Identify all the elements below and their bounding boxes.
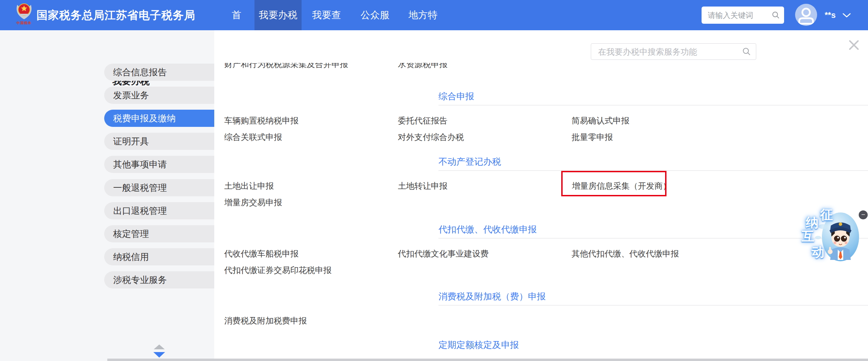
- mascot-slogan-char: 动: [812, 244, 824, 261]
- service-item[interactable]: 对外支付综合办税: [398, 132, 464, 143]
- service-item[interactable]: 水资源税申报: [398, 63, 447, 70]
- section-title: 综合申报: [438, 90, 474, 102]
- user-name[interactable]: **s: [825, 0, 836, 30]
- content-search-input[interactable]: [597, 44, 736, 60]
- nav-tab-2[interactable]: 我要办税: [254, 0, 302, 30]
- horizontal-scrollbar[interactable]: [107, 359, 868, 361]
- sidebar-item[interactable]: 税费申报及缴纳: [104, 110, 214, 127]
- service-item[interactable]: 增量房交易申报: [224, 197, 282, 208]
- section-divider: [438, 170, 868, 171]
- sidebar-item[interactable]: 其他事项申请: [104, 156, 214, 173]
- sidebar: 我要办税 综合信息报告发票业务税费申报及缴纳证明开具其他事项申请一般退税管理出口…: [0, 30, 214, 361]
- service-item-highlighted[interactable]: 增量房信息采集（开发商）: [572, 180, 671, 192]
- service-item[interactable]: 简易确认式申报: [572, 115, 629, 126]
- service-item[interactable]: 委托代征报告: [398, 115, 447, 126]
- nav-tab-4[interactable]: 公众服务: [359, 0, 391, 30]
- logo-caption: 中国税务: [15, 21, 33, 25]
- nav-tab-1[interactable]: 首页: [229, 0, 245, 30]
- sidebar-item[interactable]: 核定管理: [104, 225, 214, 242]
- user-avatar[interactable]: [795, 4, 817, 26]
- service-item[interactable]: 土地出让申报: [224, 180, 274, 192]
- service-item[interactable]: 代扣代缴证券交易印花税申报: [224, 265, 332, 276]
- section-divider: [438, 105, 868, 106]
- section-title: 消费税及附加税（费）申报: [438, 291, 546, 303]
- navbar-search-box: [702, 7, 784, 24]
- section-title: 代扣代缴、代收代缴申报: [438, 223, 537, 236]
- content-panel: 财产和行为税税源采集及合并申报水资源税申报 综合申报车辆购置税纳税申报委托代征报…: [214, 30, 868, 361]
- top-navbar: 中国税务 国家税务总局江苏省电子税务局 首页我要办税我要查询公众服务地方特色 *…: [0, 0, 868, 30]
- service-item[interactable]: 消费税及附加税费申报: [224, 315, 307, 326]
- service-item[interactable]: 批量零申报: [572, 132, 613, 143]
- section-title: 不动产登记办税: [438, 156, 501, 168]
- bubble-dot: [815, 236, 821, 239]
- sidebar-item[interactable]: 纳税信用: [104, 248, 214, 265]
- sidebar-item[interactable]: 综合信息报告: [104, 64, 214, 81]
- mascot-slogan-char: 征: [820, 206, 833, 223]
- minimize-mascot-button[interactable]: −: [859, 210, 868, 219]
- sidebar-item[interactable]: 一般退税管理: [104, 179, 214, 196]
- site-title: 国家税务总局江苏省电子税务局: [36, 0, 195, 30]
- service-item[interactable]: 其他代扣代缴、代收代缴申报: [572, 248, 679, 259]
- service-item[interactable]: 车辆购置税纳税申报: [224, 115, 299, 126]
- sidebar-item[interactable]: 涉税专业服务: [104, 271, 214, 288]
- search-icon[interactable]: [772, 11, 780, 19]
- scroll-down-arrow[interactable]: [153, 352, 165, 358]
- close-icon[interactable]: [847, 39, 860, 52]
- search-icon[interactable]: [742, 47, 751, 56]
- service-item[interactable]: 综合关联式申报: [224, 132, 282, 143]
- service-item[interactable]: 代扣代缴文化事业建设费: [398, 248, 489, 259]
- nav-tab-5[interactable]: 地方特色: [407, 0, 439, 30]
- content-search-box: [591, 43, 756, 60]
- tax-assistant-mascot[interactable]: 征纳互动 −: [798, 203, 868, 268]
- sidebar-item[interactable]: 出口退税管理: [104, 202, 214, 219]
- service-item[interactable]: 财产和行为税税源采集及合并申报: [224, 63, 348, 70]
- section-title: 定期定额核定及申报: [438, 339, 519, 351]
- navbar-search-input[interactable]: [707, 7, 770, 24]
- service-item[interactable]: 代收代缴车船税申报: [224, 248, 299, 259]
- chevron-down-icon[interactable]: [843, 13, 851, 18]
- scroll-up-arrow[interactable]: [154, 344, 165, 349]
- nav-tab-3[interactable]: 我要查询: [310, 0, 343, 30]
- tax-emblem-icon: [15, 2, 33, 21]
- sidebar-item[interactable]: 发票业务: [104, 87, 214, 104]
- clipped-service-row: 财产和行为税税源采集及合并申报水资源税申报: [224, 63, 706, 72]
- section-divider: [438, 305, 868, 306]
- sidebar-item[interactable]: 证明开具: [104, 133, 214, 150]
- mascot-slogan-char: 互: [802, 228, 814, 245]
- person-icon: [795, 4, 817, 26]
- tax-emblem-logo: 中国税务: [15, 2, 33, 28]
- service-item[interactable]: 土地转让申报: [398, 180, 447, 192]
